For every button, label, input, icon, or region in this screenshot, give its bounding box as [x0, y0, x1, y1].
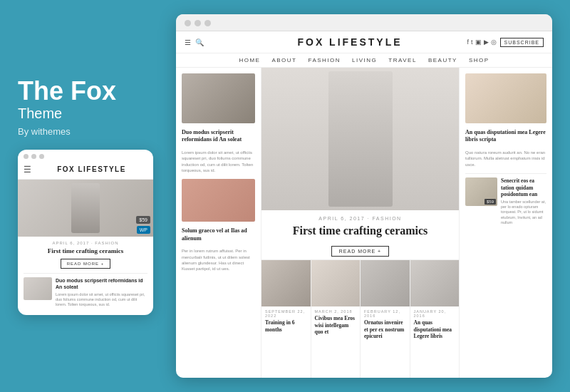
- nav-item-fashion[interactable]: FASHION: [308, 57, 341, 63]
- desktop-search-icon[interactable]: 🔍: [195, 38, 204, 46]
- subscribe-button[interactable]: SUBSCRIBE: [500, 38, 544, 47]
- grid-title-2: Civibus mea Eros wisi intellegam quo et: [311, 315, 361, 336]
- facebook-icon[interactable]: f: [467, 38, 470, 46]
- col-left-title-1: Duo modus scripserit reformidans id An s…: [182, 129, 255, 144]
- nav-item-about[interactable]: ABOUT: [271, 57, 296, 63]
- nav-item-travel[interactable]: TRAVEL: [388, 57, 417, 63]
- center-read-more-button[interactable]: READ MORE +: [331, 246, 389, 257]
- desktop-header-right: f t ▣ ▶ ◎ SUBSCRIBE: [458, 38, 544, 47]
- desktop-header-left: ☰ 🔍: [185, 38, 242, 46]
- right-product-price: $59: [484, 199, 496, 205]
- grid-image-4: [410, 260, 460, 306]
- desktop-dot: [195, 20, 201, 26]
- col-left-excerpt-1: Lorem ipsum dolor sit amet, ut officiis …: [182, 150, 255, 174]
- desktop-header-center: FOX LIFESTYLE: [242, 36, 458, 48]
- right-title-1: An quas disputationi mea Legere libris s…: [465, 129, 546, 144]
- desktop-col-center: APRIL 6, 2017 · FASHION First time craft…: [261, 68, 460, 378]
- nav-item-living[interactable]: LIVING: [352, 57, 377, 63]
- desktop-body: ☰ 🔍 FOX LIFESTYLE f t ▣ ▶ ◎ SUBSCRIBE HO…: [176, 31, 552, 378]
- mobile-hero-figure: [71, 183, 100, 233]
- mobile-hero-image: $59 WP: [18, 180, 153, 237]
- col-left-image-1: [182, 73, 255, 123]
- right-product-image: $59: [465, 177, 497, 206]
- right-excerpt-1: Quo natura roreum audurit an. No ne eran…: [465, 150, 546, 167]
- mobile-preview: ☰ FOX LIFESTYLE $59 WP APRIL 6, 2017 · F…: [18, 150, 153, 315]
- col-left-image-2: [182, 179, 255, 222]
- grid-title-4: An quas disputationi mea Legere libris: [410, 319, 460, 340]
- twitter-icon[interactable]: t: [471, 38, 473, 46]
- grid-item-4: JANUARY 20, 2016 An quas disputationi me…: [410, 260, 460, 378]
- mobile-site-title: FOX LIFESTYLE: [36, 165, 147, 173]
- center-grid: SEPTEMBER 22, 2022 Training in 6 months …: [261, 259, 459, 378]
- mobile-list-text: Duo modus scripserit reformidans id An s…: [56, 277, 147, 307]
- col-left-title-2: Solum graeco vel at Ilas ad alienum: [182, 227, 255, 242]
- desktop-main: Duo modus scripserit reformidans id An s…: [176, 68, 552, 378]
- grid-image-2: [311, 260, 361, 306]
- theme-title: The Fox: [18, 77, 157, 105]
- right-product: $59 Senecrit eos ea tation quidam posido…: [465, 173, 546, 229]
- center-hero-info: APRIL 6, 2017 · FASHION First time craft…: [261, 210, 459, 259]
- desktop-dot: [204, 20, 211, 26]
- right-product-title: Senecrit eos ea tation quidam posidontum…: [501, 177, 546, 198]
- mobile-read-more-button[interactable]: READ MORE +: [61, 259, 111, 269]
- mobile-dot: [31, 154, 36, 159]
- left-panel: The Fox Theme By withemes ☰ FOX LIFESTYL…: [18, 77, 167, 315]
- mobile-list-excerpt: Lorem ipsum dolor sit amet, ut officiis …: [56, 292, 147, 307]
- youtube-icon[interactable]: ▶: [484, 38, 489, 46]
- desktop-nav: HOME ABOUT FASHION LIVING TRAVEL BEAUTY …: [176, 53, 552, 68]
- hamburger-icon: ☰: [24, 165, 31, 175]
- desktop-preview: ☰ 🔍 FOX LIFESTYLE f t ▣ ▶ ◎ SUBSCRIBE HO…: [176, 14, 552, 378]
- grid-meta-3: FEBRUARY 12, 2016: [361, 306, 410, 319]
- mobile-header: ☰ FOX LIFESTYLE: [18, 162, 153, 180]
- right-product-excerpt: Una tamber scellunder at, per lo enado o…: [501, 200, 546, 225]
- desktop-dot: [185, 20, 191, 26]
- mobile-dot: [24, 154, 28, 159]
- grid-meta-2: MARCH 2, 2018: [311, 306, 361, 315]
- nav-item-home[interactable]: HOME: [239, 57, 260, 63]
- right-image-1: [465, 73, 546, 123]
- grid-meta-4: JANUARY 20, 2016: [410, 306, 460, 319]
- grid-image-3: [361, 260, 410, 306]
- right-product-info: Senecrit eos ea tation quidam posidontum…: [501, 177, 546, 225]
- center-article-meta: APRIL 6, 2017 · FASHION: [270, 216, 450, 221]
- mobile-price-tag: $59: [136, 216, 150, 224]
- desktop-dots: [176, 14, 552, 31]
- mobile-article-meta: APRIL 6, 2017 · FASHION: [24, 241, 147, 245]
- grid-title-3: Ornatus invenire et per ex nostrum epicu…: [361, 319, 410, 340]
- mobile-article-title: First time crafting ceramics: [24, 247, 147, 256]
- instagram-icon[interactable]: ▣: [475, 38, 482, 46]
- mobile-wp-badge: WP: [137, 226, 150, 234]
- center-hero: [261, 68, 459, 210]
- grid-meta-1: SEPTEMBER 22, 2022: [261, 306, 311, 319]
- mobile-dot: [39, 154, 44, 159]
- rss-icon[interactable]: ◎: [491, 38, 497, 46]
- mobile-content: APRIL 6, 2017 · FASHION First time craft…: [18, 237, 153, 315]
- center-hero-figure: [328, 71, 393, 207]
- nav-item-shop[interactable]: SHOP: [469, 57, 489, 63]
- grid-item-1: SEPTEMBER 22, 2022 Training in 6 months: [261, 260, 311, 378]
- theme-subtitle: Theme: [18, 105, 157, 122]
- col-left-excerpt-2: Per in lorem rutrum affuisst. Per in mer…: [182, 248, 255, 272]
- desktop-header: ☰ 🔍 FOX LIFESTYLE f t ▣ ▶ ◎ SUBSCRIBE: [176, 31, 552, 53]
- desktop-col-right: An quas disputationi mea Legere libris s…: [460, 68, 552, 378]
- desktop-site-title: FOX LIFESTYLE: [297, 36, 402, 48]
- mobile-dots: [18, 150, 153, 162]
- mobile-list-thumbnail: [24, 277, 52, 300]
- mobile-list-item: Duo modus scripserit reformidans id An s…: [24, 273, 147, 311]
- mobile-list-title: Duo modus scripserit reformidans id An s…: [56, 277, 147, 290]
- desktop-col-left: Duo modus scripserit reformidans id An s…: [176, 68, 261, 378]
- center-article-title: First time crafting ceramics: [270, 224, 450, 239]
- grid-image-1: [261, 260, 311, 306]
- theme-author: By withemes: [18, 126, 157, 137]
- grid-item-2: MARCH 2, 2018 Civibus mea Eros wisi inte…: [311, 260, 361, 378]
- grid-item-3: FEBRUARY 12, 2016 Ornatus invenire et pe…: [361, 260, 410, 378]
- social-icons: f t ▣ ▶ ◎: [467, 38, 497, 46]
- grid-title-1: Training in 6 months: [261, 319, 311, 334]
- desktop-hamburger-icon[interactable]: ☰: [185, 38, 191, 46]
- nav-item-beauty[interactable]: BEAUTY: [428, 57, 457, 63]
